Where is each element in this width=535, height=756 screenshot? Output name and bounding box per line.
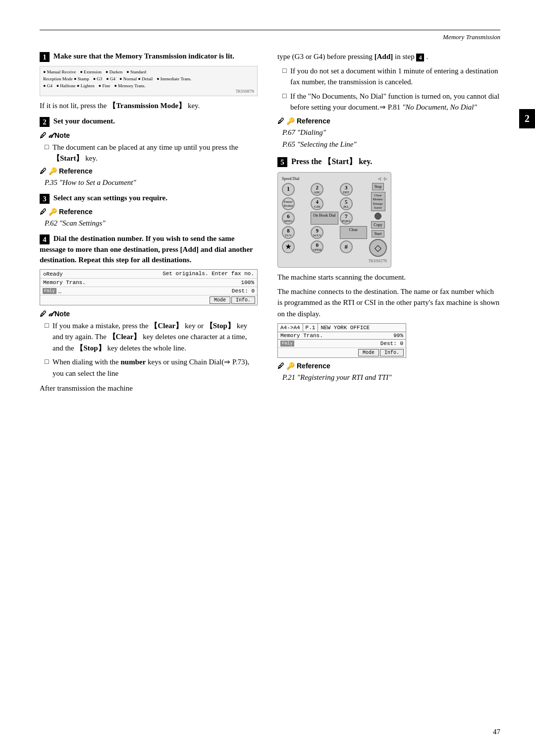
left-column: 1 Make sure that the Memory Transmission… [40, 51, 258, 399]
step5-text1: The machine starts scanning the document… [277, 272, 500, 283]
step2-ref-text: P.35 "How to Set a Document" [40, 177, 258, 188]
key-5[interactable]: 5JKL [340, 197, 353, 210]
nav-dial[interactable]: ◇ [369, 239, 387, 257]
key-1[interactable]: 1 [282, 183, 295, 196]
key-hash[interactable]: # [340, 240, 353, 253]
fax-mode-btn[interactable]: Mode [210, 296, 230, 304]
step2-ref-heading: 🔑 Reference [40, 167, 258, 175]
key-start[interactable]: Start [372, 230, 384, 237]
step2-section: 2 Set your document. 𝒹 Note The document… [40, 116, 258, 188]
step2-note-list: The document can be placed at any time u… [40, 142, 258, 164]
step4-note-list: If you make a mistake, press the 【Clear】… [40, 320, 258, 379]
right-ref-heading: 🔑 Reference [277, 117, 500, 125]
fax-display-buttons: Mode Info. [40, 295, 257, 305]
key-0[interactable]: 0OPER [311, 240, 323, 253]
right-bullet2: If the "No Documents, No Dial" function … [282, 91, 500, 113]
step1-heading: 1 Make sure that the Memory Transmission… [40, 51, 258, 62]
step4-note-item1: If you make a mistake, press the 【Clear】… [45, 320, 258, 354]
key-8[interactable]: 8TUV [282, 226, 295, 239]
step3-section: 3 Select any scan settings you require. … [40, 193, 258, 229]
step5-ref-heading: 🔑 Reference [277, 362, 500, 370]
key-3[interactable]: 3DEF [340, 183, 353, 196]
indicator-caption: TKSS087N [43, 89, 254, 94]
key-clearmodes[interactable]: ClearModes/EnergySaver [371, 192, 385, 212]
key-2[interactable]: 2ABC [311, 183, 323, 196]
step5-ref-text: P.21 "Registering your RTI and TTI" [277, 372, 500, 383]
top-rule [40, 30, 500, 30]
keypad-image: Speed Dial ◁ ▷ 1 2ABC [277, 172, 391, 268]
right-keys: Stop ClearModes/EnergySaver Copy Start ◇ [369, 183, 387, 257]
step1-number: 1 [40, 52, 50, 62]
step3-ref-heading: 🔑 Reference [40, 208, 258, 216]
step2-number: 2 [40, 117, 50, 127]
fax-display-row1: ◇Ready Set originals. Enter fax no. [40, 270, 257, 279]
step3-heading: 3 Select any scan settings you require. [40, 193, 258, 204]
fax2-mode-btn[interactable]: Mode [358, 349, 379, 356]
right-bullets1: If you do not set a document within 1 mi… [277, 65, 500, 113]
right-type-text: type (G3 or G4) before pressing [Add] in… [277, 51, 500, 62]
step5-heading: 5 Press the 【Start】 key. [277, 156, 500, 167]
right-top-block: type (G3 or G4) before pressing [Add] in… [277, 51, 500, 150]
content-columns: 1 Make sure that the Memory Transmission… [40, 51, 500, 399]
fax2-info-btn[interactable]: Info. [380, 349, 404, 356]
key-stop[interactable]: Stop [372, 183, 384, 190]
section-marker: 2 [519, 109, 535, 128]
fax-display-row3: Fmly _ Dest: 0 [40, 287, 257, 295]
step3-ref-text: P.62 "Scan Settings" [40, 218, 258, 229]
fax2-display-buttons: Mode Info. [278, 348, 406, 357]
key-pause[interactable]: Pause/Redial [282, 197, 295, 210]
fax-header-row: A4->A4 P.1 NEW YORK OFFICE [278, 324, 406, 332]
step2-note-item: The document can be placed at any time u… [45, 142, 258, 164]
key-star[interactable]: ★ [282, 240, 295, 253]
fax-cell-a4: A4->A4 [278, 324, 303, 332]
step4-after-text: After transmission the machine [40, 383, 258, 394]
step5-text2: The machine connects to the destination.… [277, 286, 500, 320]
step5-section: 5 Press the 【Start】 key. Speed Dial ◁ ▷ [277, 156, 500, 383]
right-column: type (G3 or G4) before pressing [Add] in… [277, 51, 500, 399]
indicator-image: ● Manual Receive ● Extension ● Darken ● … [40, 66, 258, 96]
key-6[interactable]: 6MNO [282, 212, 295, 225]
fax-cell-office: NEW YORK OFFICE [318, 324, 406, 332]
fax-cell-p1: P.1 [303, 324, 319, 332]
fax-row2: Memory Trans. 99% [278, 332, 406, 340]
key-dot[interactable] [374, 213, 381, 220]
fax-display-row2: Memory Trans. 100% [40, 279, 257, 287]
page-number: 47 [493, 728, 500, 736]
right-bullet1: If you do not set a document within 1 mi… [282, 65, 500, 88]
step4-number: 4 [40, 234, 50, 244]
page-container: Memory Transmission 1 Make sure that the… [0, 0, 535, 756]
step4-heading: 4 Dial the destination number. If you wi… [40, 233, 258, 265]
key-9[interactable]: 9WXY [311, 226, 323, 239]
fax2-display-row3: Fmly Dest: 0 [278, 340, 406, 348]
step1-body: If it is not lit, press the 【Transmissio… [40, 100, 258, 112]
key-onhookdial[interactable]: On Hook Dial [311, 212, 338, 225]
right-ref-text: P.67 "Dialing" P.65 "Selecting the Line" [277, 127, 500, 150]
step4-section: 4 Dial the destination number. If you wi… [40, 233, 258, 394]
step1-section: 1 Make sure that the Memory Transmission… [40, 51, 258, 111]
step4-fax-display: ◇Ready Set originals. Enter fax no. Memo… [40, 269, 258, 305]
key-clear[interactable]: Clear [340, 226, 367, 239]
step4-note-heading: 𝒹 Note [40, 309, 258, 318]
step5-fax-display: A4->A4 P.1 NEW YORK OFFICE Memory Trans.… [277, 323, 406, 358]
number-keys: 1 2ABC 3DEF Pause/Redial 4GHI [282, 183, 367, 253]
step4-note-item2: When dialing with the number keys or usi… [45, 356, 258, 379]
step2-note-heading: 𝒹 Note [40, 131, 258, 140]
step2-heading: 2 Set your document. [40, 116, 258, 127]
key-4[interactable]: 4GHI [311, 197, 323, 210]
keypad-caption: TKSS027N [282, 259, 387, 263]
page-header: Memory Transmission [40, 33, 500, 41]
key-copy[interactable]: Copy [371, 221, 384, 229]
key-7[interactable]: 7PQRS [340, 212, 353, 225]
step5-number: 5 [277, 157, 287, 167]
fax-info-btn[interactable]: Info. [231, 296, 255, 304]
step3-number: 3 [40, 194, 50, 204]
